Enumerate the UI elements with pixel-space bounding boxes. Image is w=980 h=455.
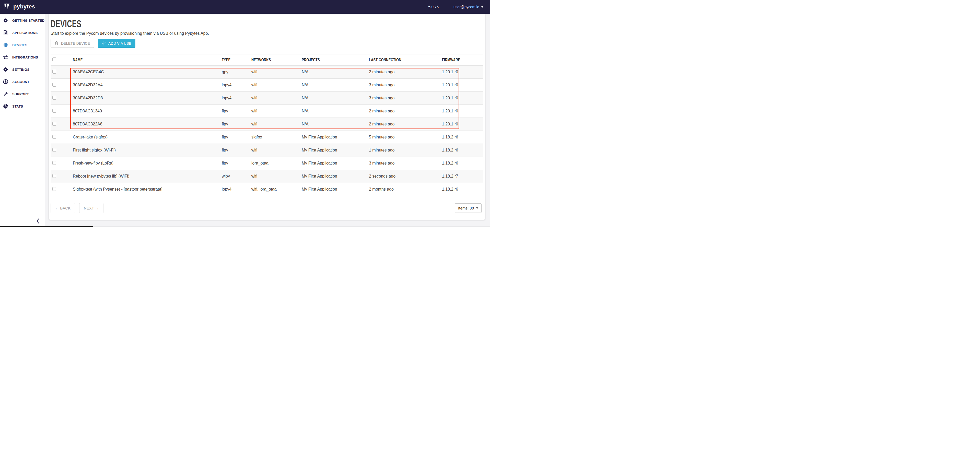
row-checkbox[interactable]	[52, 135, 56, 139]
header-checkbox-cell	[51, 57, 69, 62]
device-firmware-cell: 1.18.2.r6	[439, 135, 484, 140]
device-networks-cell: wifi	[249, 83, 300, 88]
device-last-connection-cell: 1 minutes ago	[368, 148, 439, 153]
device-last-connection-cell: 2 minutes ago	[368, 70, 439, 74]
chip-icon	[3, 42, 8, 48]
device-type-cell: fipy	[220, 148, 249, 153]
sidebar-item-settings[interactable]: SETTINGS	[0, 64, 45, 76]
device-firmware-cell: 1.18.2.r7	[439, 174, 484, 178]
pybytes-logo-icon	[3, 3, 11, 10]
device-name-cell: First flight sigfox (Wi-Fi)	[69, 148, 220, 153]
device-name-cell: 807D3AC31340	[69, 109, 220, 113]
device-type-cell: gpy	[220, 70, 249, 74]
table-row[interactable]: Crater-lake (sigfox) fipy sigfox My Firs…	[51, 131, 484, 144]
add-via-usb-button[interactable]: ADD VIA USB	[98, 39, 135, 48]
device-firmware-cell: 1.18.2.r6	[439, 148, 484, 153]
device-projects-cell: N/A	[300, 122, 368, 126]
table-row[interactable]: 30AEA42D32D8 lopy4 wifi N/A 3 minutes ag…	[51, 92, 484, 105]
device-firmware-cell: 1.20.1.r0	[439, 70, 484, 74]
add-via-usb-label: ADD VIA USB	[108, 41, 131, 46]
row-checkbox[interactable]	[52, 70, 56, 73]
row-checkbox-cell	[51, 148, 69, 153]
table-row[interactable]: 30AEA42CEC4C gpy wifi N/A 2 minutes ago …	[51, 66, 484, 79]
table-body: 30AEA42CEC4C gpy wifi N/A 2 minutes ago …	[51, 66, 484, 196]
device-firmware-cell: 1.20.1.r0	[439, 83, 484, 88]
row-checkbox[interactable]	[52, 122, 56, 126]
table-header-row: NAME TYPE NETWORKS PROJECTS LAST CONNECT…	[51, 54, 484, 66]
devices-table: NAME TYPE NETWORKS PROJECTS LAST CONNECT…	[51, 54, 484, 196]
back-button[interactable]: ← BACK	[51, 203, 75, 213]
sidebar-item-account[interactable]: ACCOUNT	[0, 76, 45, 88]
device-name-cell: Crater-lake (sigfox)	[69, 135, 220, 140]
device-last-connection-cell: 2 months ago	[368, 187, 439, 192]
row-checkbox-cell	[51, 109, 69, 114]
device-projects-cell: My First Application	[300, 161, 368, 165]
device-networks-cell: wifi, lora_otaa	[249, 187, 300, 192]
row-checkbox-cell	[51, 96, 69, 101]
device-name-cell: 807D3AC322A8	[69, 122, 220, 126]
device-firmware-cell: 1.20.1.r0	[439, 96, 484, 100]
items-per-page-dropdown[interactable]: Items: 30	[455, 204, 482, 213]
badge-icon	[3, 18, 8, 23]
row-checkbox[interactable]	[52, 148, 56, 152]
user-menu[interactable]: user@pycom.io	[453, 5, 484, 9]
row-checkbox[interactable]	[52, 187, 56, 191]
wrench-icon	[3, 91, 8, 97]
sidebar-collapse-button[interactable]	[35, 218, 41, 225]
device-projects-cell: My First Application	[300, 148, 368, 153]
column-header-type: TYPE	[222, 58, 231, 62]
device-networks-cell: wifi	[249, 109, 300, 113]
device-projects-cell: N/A	[300, 70, 368, 74]
row-checkbox[interactable]	[52, 83, 56, 87]
page-subtitle: Start to explore the Pycom devices by pr…	[51, 31, 484, 36]
sidebar: GETTING STARTED APPLICATIONS	[0, 14, 45, 228]
row-checkbox[interactable]	[52, 96, 56, 100]
row-checkbox[interactable]	[52, 109, 56, 113]
sidebar-item-stats[interactable]: STATS	[0, 100, 45, 112]
row-checkbox-cell	[51, 122, 69, 127]
table-row[interactable]: 30AEA42D32A4 lopy4 wifi N/A 3 minutes ag…	[51, 79, 484, 92]
sidebar-item-integrations[interactable]: INTEGRATIONS	[0, 51, 45, 64]
device-type-cell: lopy4	[220, 96, 249, 100]
sidebar-item-devices[interactable]: DEVICES	[0, 39, 45, 51]
row-checkbox[interactable]	[52, 174, 56, 178]
page-title: DEVICES	[51, 18, 336, 29]
delete-device-button[interactable]: DELETE DEVICE	[51, 39, 94, 48]
topbar-right: € 0.76 user@pycom.io	[428, 5, 484, 9]
device-networks-cell: wifi	[249, 122, 300, 126]
items-per-page-label: Items: 30	[458, 206, 474, 210]
row-checkbox-cell	[51, 161, 69, 166]
table-row[interactable]: Sigfox-test (with Pysense) - [pastoor pe…	[51, 183, 484, 196]
device-type-cell: fipy	[220, 122, 249, 126]
sidebar-item-label: SUPPORT	[12, 92, 29, 96]
next-button[interactable]: NEXT →	[79, 203, 103, 213]
device-firmware-cell: 1.20.1.r0	[439, 122, 484, 126]
row-checkbox[interactable]	[52, 161, 56, 165]
pagination: ← BACK NEXT → Items: 30	[51, 203, 484, 213]
select-all-checkbox[interactable]	[52, 57, 56, 61]
table-row[interactable]: 807D3AC322A8 fipy wifi N/A 2 minutes ago…	[51, 118, 484, 131]
device-networks-cell: sigfox	[249, 135, 300, 140]
pie-chart-icon	[3, 103, 8, 109]
usb-icon	[102, 41, 106, 46]
table-row[interactable]: 807D3AC31340 fipy wifi N/A 2 minutes ago…	[51, 105, 484, 118]
table-row[interactable]: Reboot [new pybytes lib] (WiFi) wipy wif…	[51, 170, 484, 183]
column-header-last-connection: LAST CONNECTION	[369, 58, 401, 62]
device-networks-cell: wifi	[249, 174, 300, 178]
device-name-cell: Fresh-new-fipy (LoRa)	[69, 161, 220, 165]
toolbar: DELETE DEVICE ADD VIA USB	[51, 39, 484, 48]
chevron-left-icon	[36, 218, 39, 225]
sidebar-item-applications[interactable]: APPLICATIONS	[0, 27, 45, 39]
device-projects-cell: N/A	[300, 109, 368, 113]
table-row[interactable]: First flight sigfox (Wi-Fi) fipy wifi My…	[51, 144, 484, 157]
sidebar-item-support[interactable]: SUPPORT	[0, 88, 45, 100]
device-last-connection-cell: 2 minutes ago	[368, 109, 439, 113]
row-checkbox-cell	[51, 70, 69, 75]
account-balance[interactable]: € 0.76	[428, 5, 439, 9]
sidebar-item-getting-started[interactable]: GETTING STARTED	[0, 14, 45, 27]
page-root: pybytes € 0.76 user@pycom.io GETTING S	[0, 0, 490, 228]
pybytes-logo[interactable]: pybytes	[3, 3, 35, 10]
user-icon	[3, 79, 8, 84]
table-row[interactable]: Fresh-new-fipy (LoRa) fipy lora_otaa My …	[51, 157, 484, 170]
column-header-firmware: FIRMWARE	[442, 58, 460, 62]
